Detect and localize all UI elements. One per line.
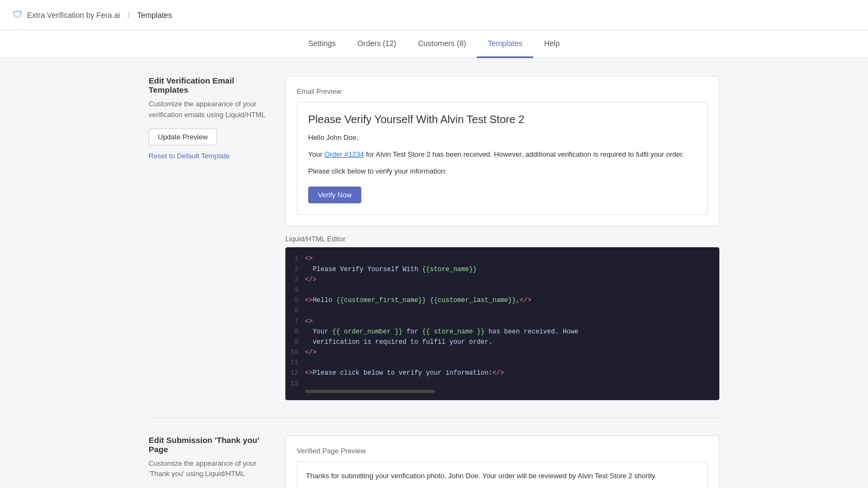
- line-number: 12: [285, 368, 305, 378]
- line-number: 6: [285, 306, 305, 316]
- code-line: 6: [285, 306, 719, 316]
- main-nav: Settings Orders (12) Customers (8) Templ…: [0, 30, 868, 59]
- thankyou-section-desc: Customize the appearance of your 'Thank …: [149, 458, 268, 479]
- code-line: 3</>: [285, 275, 719, 285]
- email-update-preview-button[interactable]: Update Preview: [149, 129, 217, 145]
- line-number: 10: [285, 348, 305, 358]
- thankyou-section-right: Verified Page Preview Thanks for submitt…: [285, 435, 719, 488]
- nav-item-customers[interactable]: Customers (8): [407, 30, 477, 58]
- email-body-para2: Please click below to verify your inform…: [308, 166, 697, 177]
- verify-now-button[interactable]: Verify Now: [308, 187, 361, 203]
- nav-item-help[interactable]: Help: [533, 30, 571, 58]
- email-greeting: Hello John Doe,: [308, 132, 697, 144]
- line-content: <>Please click below to verify your info…: [305, 368, 504, 378]
- app-name: Extra Verification by Fera.ai: [27, 11, 120, 20]
- verified-preview-card: Verified Page Preview Thanks for submitt…: [285, 435, 719, 488]
- email-order-link[interactable]: Order #1234: [324, 150, 364, 158]
- code-line: 10</>: [285, 348, 719, 358]
- thankyou-section-left: Edit Submission 'Thank you' Page Customi…: [149, 435, 268, 488]
- nav-item-orders[interactable]: Orders (12): [347, 30, 407, 58]
- breadcrumb-separator: /: [127, 11, 130, 20]
- verified-text: Thanks for submitting your verification …: [306, 471, 699, 482]
- line-content: </>: [305, 348, 317, 358]
- shield-icon: 🛡: [13, 9, 23, 21]
- top-bar: 🛡 Extra Verification by Fera.ai / Templa…: [0, 0, 868, 30]
- code-line: 11: [285, 358, 719, 368]
- code-line: 12<>Please click below to verify your in…: [285, 368, 719, 378]
- nav-item-templates[interactable]: Templates: [477, 30, 533, 58]
- nav-item-settings[interactable]: Settings: [297, 30, 347, 58]
- line-content: verification is required to fulfil your …: [305, 337, 493, 348]
- verified-preview-label: Verified Page Preview: [297, 447, 708, 455]
- email-body-after: for Alvin Test Store 2 has been received…: [364, 150, 684, 158]
- app-title: 🛡 Extra Verification by Fera.ai / Templa…: [13, 9, 172, 21]
- email-preview-label: Email Preview: [297, 87, 708, 95]
- code-line: 5<>Hello {{customer_first_name}} {{custo…: [285, 296, 719, 306]
- code-line: 2 Please Verify Yourself With {{store_na…: [285, 265, 719, 275]
- line-number: 4: [285, 285, 305, 296]
- code-line: 1<>: [285, 254, 719, 264]
- email-body-para1: Your Order #1234 for Alvin Test Store 2 …: [308, 149, 697, 160]
- email-templates-section: Edit Verification Email Templates Custom…: [149, 76, 719, 418]
- email-subject: Please Verify Yourself With Alvin Test S…: [308, 113, 697, 126]
- code-line: 4: [285, 285, 719, 296]
- email-code-editor[interactable]: 1<>2 Please Verify Yourself With {{store…: [285, 247, 719, 400]
- email-section-desc: Customize the appearance of your verific…: [149, 99, 268, 120]
- line-content: </>: [305, 275, 317, 285]
- line-content: <>: [305, 317, 312, 327]
- code-line: 9 verification is required to fulfil you…: [285, 337, 719, 348]
- verified-preview-content: Thanks for submitting your verification …: [297, 461, 708, 488]
- line-number: 5: [285, 296, 305, 306]
- email-preview-card: Email Preview Please Verify Yourself Wit…: [285, 76, 719, 226]
- line-number: 2: [285, 265, 305, 275]
- editor-scrollbar[interactable]: [285, 389, 719, 394]
- page-name: Templates: [137, 11, 172, 20]
- email-section-left: Edit Verification Email Templates Custom…: [149, 76, 268, 400]
- line-number: 7: [285, 317, 305, 327]
- thankyou-section-title: Edit Submission 'Thank you' Page: [149, 435, 268, 454]
- line-number: 11: [285, 358, 305, 368]
- email-editor-container: Liquid/HTML Editor 1<>2 Please Verify Yo…: [285, 235, 719, 400]
- email-body: Hello John Doe, Your Order #1234 for Alv…: [308, 132, 697, 203]
- code-line: 8 Your {{ order_number }} for {{ store_n…: [285, 327, 719, 337]
- main-content: Edit Verification Email Templates Custom…: [136, 59, 732, 488]
- email-editor-label: Liquid/HTML Editor: [285, 235, 719, 243]
- line-content: <>: [305, 254, 312, 264]
- line-content: Your {{ order_number }} for {{ store_nam…: [305, 327, 578, 337]
- line-number: 9: [285, 337, 305, 348]
- scrollbar-thumb[interactable]: [305, 390, 435, 393]
- code-line: 13: [285, 379, 719, 389]
- line-content: <>Hello {{customer_first_name}} {{custom…: [305, 296, 532, 306]
- thankyou-section: Edit Submission 'Thank you' Page Customi…: [149, 435, 719, 488]
- code-line: 7<>: [285, 317, 719, 327]
- email-section-title: Edit Verification Email Templates: [149, 76, 268, 94]
- line-number: 3: [285, 275, 305, 285]
- line-content: Please Verify Yourself With {{store_name…: [305, 265, 477, 275]
- email-section-right: Email Preview Please Verify Yourself Wit…: [285, 76, 719, 400]
- line-number: 8: [285, 327, 305, 337]
- line-number: 13: [285, 379, 305, 389]
- email-reset-button[interactable]: Reset to Default Template: [149, 152, 268, 160]
- email-body-before: Your: [308, 150, 324, 158]
- email-preview-content: Please Verify Yourself With Alvin Test S…: [297, 102, 708, 215]
- line-number: 1: [285, 254, 305, 264]
